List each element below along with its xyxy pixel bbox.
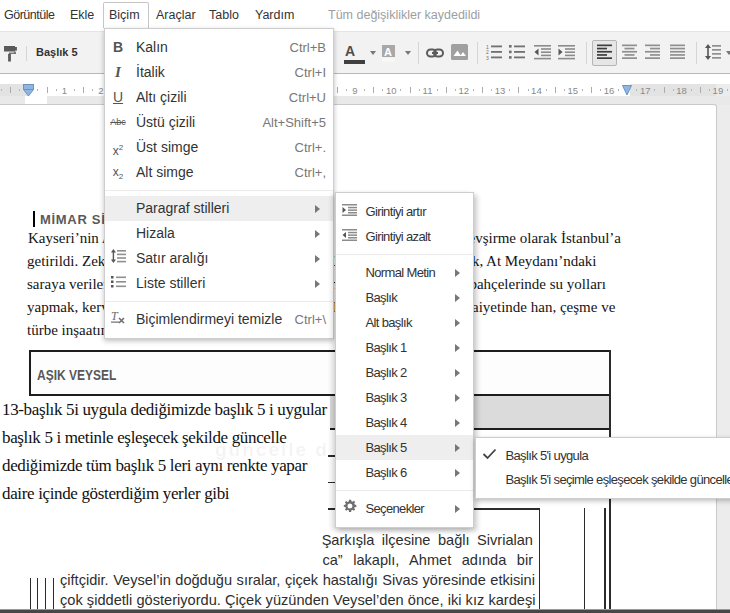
svg-text:3: 3 (486, 55, 489, 61)
svg-text:T: T (111, 310, 119, 323)
